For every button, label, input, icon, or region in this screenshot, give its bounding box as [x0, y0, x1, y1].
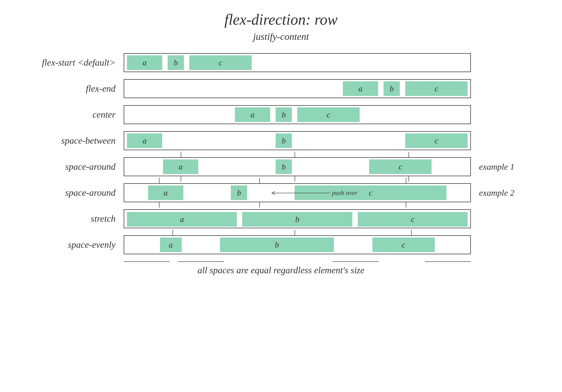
footnote: all spaces are equal regardless element'… — [15, 265, 547, 275]
tick-mark — [408, 152, 409, 157]
flex-item: c — [405, 81, 468, 96]
flex-item: a — [127, 212, 237, 227]
tick-mark — [181, 152, 181, 157]
example-row: space-aroundabcpush overexample 2 — [15, 183, 547, 202]
example-row: space-betweenabc — [15, 131, 547, 150]
flex-item: c — [405, 133, 468, 148]
example-row: flex-endabc — [15, 79, 547, 98]
flex-item: a — [235, 107, 270, 122]
flex-item: c — [189, 55, 252, 70]
flex-item: c — [358, 212, 468, 227]
flex-container: abc — [124, 79, 471, 98]
flex-item: b — [231, 185, 247, 200]
flex-item: a — [160, 237, 182, 252]
flex-item: b — [276, 107, 292, 122]
row-label: center — [15, 110, 124, 120]
flex-item: b — [276, 159, 292, 174]
example-row: space-aroundabcexample 1 — [15, 157, 547, 176]
tick-mark — [411, 230, 412, 235]
flex-item: b — [168, 55, 184, 70]
tick-mark — [259, 202, 260, 208]
measure-bar — [333, 261, 379, 262]
tick-mark — [295, 176, 295, 182]
flex-container: abc — [124, 105, 471, 124]
push-over-arrow: push over — [271, 189, 357, 197]
measure-bar — [425, 261, 471, 262]
tick-mark — [406, 202, 406, 208]
flex-item: b — [276, 133, 292, 148]
tick-mark — [181, 176, 181, 182]
tick-mark — [159, 178, 159, 183]
tick-mark — [295, 152, 295, 157]
tick-mark — [406, 178, 406, 183]
flex-item: b — [220, 237, 334, 252]
flex-container: abc — [124, 235, 471, 254]
flex-item: c — [297, 107, 360, 122]
flex-item: a — [127, 55, 162, 70]
tick-mark — [295, 230, 295, 235]
measure-bar — [124, 261, 170, 262]
flex-container: abc — [124, 157, 471, 176]
row-label: flex-end — [15, 83, 124, 94]
example-row: centerabc — [15, 105, 547, 124]
flex-item: c — [372, 237, 435, 252]
diagram-subtitle: justify-content — [15, 31, 547, 42]
flex-item: a — [343, 81, 378, 96]
flex-item: c — [369, 159, 432, 174]
flex-item: b — [242, 212, 352, 227]
flex-item: b — [384, 81, 400, 96]
tick-mark — [408, 176, 409, 182]
diagram-title: flex-direction: row — [15, 11, 547, 28]
arrow-label: push over — [332, 189, 357, 197]
flex-item: a — [163, 159, 198, 174]
flex-container: abc — [124, 131, 471, 150]
tick-mark — [159, 202, 159, 208]
row-label: space-between — [15, 136, 124, 146]
row-label: stretch — [15, 214, 124, 224]
row-label: space-evenly — [15, 240, 124, 250]
tick-mark — [173, 230, 173, 235]
example-row: stretchabc — [15, 209, 547, 228]
flex-container: abc — [124, 209, 471, 228]
flex-item: a — [148, 185, 183, 200]
row-label: flex-start <default> — [15, 57, 124, 68]
row-trail-label: example 2 — [471, 188, 525, 198]
measure-bar — [178, 261, 224, 262]
example-row: space-evenlyabc — [15, 235, 547, 254]
row-label: space-around — [15, 162, 124, 172]
flex-item: a — [127, 133, 162, 148]
row-trail-label: example 1 — [471, 162, 525, 172]
flex-container: abcpush over — [124, 183, 471, 202]
flex-container: abc — [124, 53, 471, 72]
example-row: flex-start <default>abc — [15, 53, 547, 72]
row-label: space-around — [15, 188, 124, 198]
tick-mark — [259, 178, 260, 183]
